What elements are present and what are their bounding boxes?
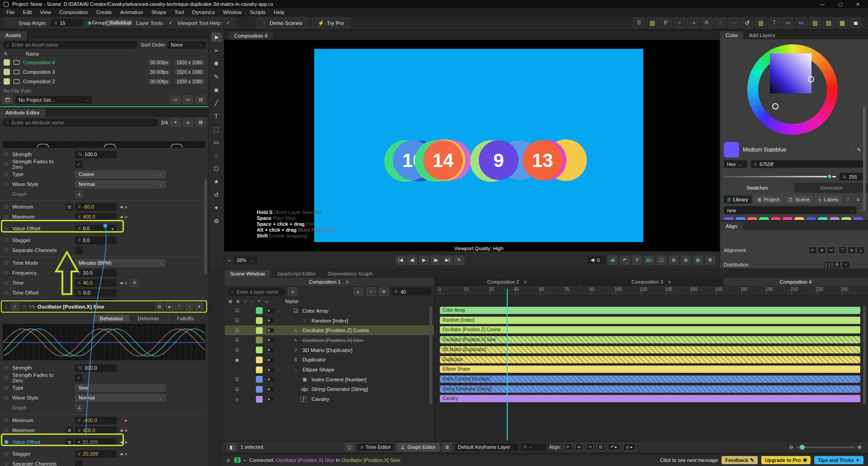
- layer-switch[interactable]: [267, 387, 274, 391]
- layout-icon[interactable]: ▤»: [644, 256, 654, 265]
- upgrade-pro-button[interactable]: Upgrade to Pro✺: [761, 456, 811, 464]
- group-mode-button[interactable]: ▣Group: [87, 20, 106, 26]
- individual-mode-button[interactable]: ▢Individual: [106, 20, 132, 26]
- toolbar-rows-icon[interactable]: ▤: [823, 18, 835, 29]
- next-keyframe-icon[interactable]: ▶: [125, 428, 127, 433]
- keyframe-layer-select[interactable]: Default Keyframe Layer: [455, 443, 518, 451]
- add-filter-icon[interactable]: ≡: [183, 118, 193, 127]
- menu-animation[interactable]: Animation: [117, 9, 147, 15]
- loop-button[interactable]: ↻: [454, 256, 464, 265]
- timeline-ruler[interactable]: 0153045607590105120135150165180195210225…: [435, 286, 868, 295]
- expand-icon[interactable]: »: [228, 257, 231, 263]
- value-field[interactable]: #-400.0: [75, 417, 117, 424]
- toolbar-forge-icon[interactable]: F: [660, 18, 672, 29]
- attribute-select[interactable]: Normal⌄: [75, 394, 165, 402]
- tips-tricks-button[interactable]: Tips and Tricks✦: [814, 456, 863, 464]
- next-keyframe-icon[interactable]: ▶: [125, 452, 127, 456]
- toolbar-duplicator-grid-icon[interactable]: ⠿: [633, 18, 645, 29]
- attribute-radio[interactable]: [5, 271, 8, 275]
- viewport-composition-tab[interactable]: Composition 4: [229, 32, 273, 40]
- filter-visible-icon[interactable]: ◐: [354, 287, 363, 296]
- enabled-check-icon[interactable]: ☑: [235, 328, 239, 333]
- message-count-badge[interactable]: 2: [234, 457, 241, 463]
- layer-switch[interactable]: [267, 319, 274, 323]
- attribute-radio[interactable]: [5, 396, 8, 399]
- visibility-eye-icon[interactable]: ◉: [235, 397, 239, 402]
- ellipse-tool-icon[interactable]: ○: [211, 151, 222, 160]
- attribute-editor-tab[interactable]: Attribute Editor: [0, 109, 45, 117]
- layer-row-random-index[interactable]: ☑⁙Random [Index]◀▶○: [225, 316, 434, 326]
- frame-offset-field[interactable]: F-: [521, 443, 546, 451]
- camera-tool-icon[interactable]: ◙: [211, 85, 222, 94]
- next-keyframe-icon[interactable]: ▶: [125, 205, 127, 209]
- polygon-tool-icon[interactable]: ⬠: [211, 164, 222, 173]
- toolbar-stagger-down-icon[interactable]: ≔: [796, 18, 807, 29]
- layer-options-icon[interactable]: ≑: [379, 287, 389, 296]
- viewport-zoom-select[interactable]: 38%⌄: [233, 256, 257, 264]
- enabled-check-icon[interactable]: ☑: [235, 308, 239, 313]
- enabled-check-icon[interactable]: ☑: [235, 347, 239, 352]
- layer-row-duplicator[interactable]: ◉⠿Duplicator◀▶○: [225, 355, 434, 365]
- keyframe-nav-icon[interactable]: ◂▸: [165, 303, 174, 310]
- distribute-button[interactable]: ❘❘: [824, 261, 832, 268]
- timeline-bar-random-index[interactable]: Random [Index]: [440, 317, 860, 324]
- attribute-radio[interactable]: [5, 291, 8, 295]
- demo-scenes-button[interactable]: ⁘Demo Scenes: [257, 17, 308, 29]
- hex-value-input[interactable]: #6755ff: [751, 160, 865, 168]
- pi-badge[interactable]: π: [66, 203, 73, 210]
- timeline-bar-oscillator-position-z-cosine[interactable]: Oscillator [Position.Z] Cosine: [440, 326, 860, 333]
- layer-switch[interactable]: [267, 328, 274, 333]
- pi-badge[interactable]: π: [66, 438, 73, 446]
- expand-chevron-icon[interactable]: ⌄: [277, 368, 280, 372]
- time-editor-button[interactable]: ≡Time Editor: [356, 443, 395, 452]
- align-center-keys-button[interactable]: ≑: [575, 443, 583, 451]
- tab-scene-window[interactable]: Scene Window: [225, 270, 270, 278]
- assets-tab[interactable]: Assets: [0, 31, 27, 39]
- prev-keyframe-icon[interactable]: ◀: [120, 281, 123, 285]
- zoom-out-icon[interactable]: ⊖: [789, 444, 793, 450]
- value-field[interactable]: #400.0: [75, 213, 117, 221]
- toolbar-connect-points-icon[interactable]: ∴: [714, 18, 726, 29]
- menu-window[interactable]: Window: [220, 9, 245, 15]
- timeline-bar-string-generator-string[interactable]: String Generator [String]: [440, 385, 860, 393]
- align-vertical-button[interactable]: ⊤: [839, 247, 847, 254]
- value-field[interactable]: #40.0: [75, 279, 117, 287]
- layer-tools-checkbox[interactable]: ✓: [169, 20, 173, 26]
- timeline-bar-color-array[interactable]: Color Array: [440, 307, 860, 314]
- value-field[interactable]: #10.0: [75, 269, 117, 277]
- list-view-icon[interactable]: ⊟: [155, 303, 164, 310]
- enabled-checkbox[interactable]: ✓: [11, 303, 19, 310]
- graph-button[interactable]: ∠: [75, 190, 84, 198]
- close-icon[interactable]: ✕: [345, 279, 349, 285]
- align-horizontal-button[interactable]: ≑: [818, 247, 826, 254]
- tab-falloffs[interactable]: Falloffs: [170, 315, 200, 322]
- pi-badge[interactable]: π: [66, 427, 73, 434]
- timeline-bar-duplicator[interactable]: Duplicator: [440, 356, 860, 363]
- value-field[interactable]: #0.0●: [75, 225, 117, 233]
- text-tool-icon[interactable]: T: [211, 111, 222, 120]
- sv-picker-handle[interactable]: [808, 76, 814, 82]
- toolbar-grid-icon[interactable]: ▦: [836, 18, 848, 29]
- toolbar-rotate-icon[interactable]: ↺: [741, 18, 753, 29]
- asset-row[interactable]: Composition 430.00fps1920 x 1080: [0, 57, 208, 67]
- layer-color-swatch[interactable]: [256, 366, 263, 373]
- perspective-tool-icon[interactable]: ⬚: [211, 124, 222, 133]
- layer-row-oscillator-position-z-cosine[interactable]: ☑∿Oscillator [Position.Z] Cosine◀▶○: [225, 325, 434, 335]
- transparency-icon[interactable]: ▦: [693, 256, 703, 265]
- attribute-radio[interactable]: [5, 376, 8, 380]
- attribute-radio[interactable]: [5, 182, 8, 186]
- list-view-icon[interactable]: ≡: [854, 195, 862, 204]
- keyframe-arrows[interactable]: ◀▶: [118, 205, 127, 209]
- align-horizontal-button[interactable]: ⊣: [827, 247, 835, 254]
- next-keyframe-icon[interactable]: ▶: [125, 215, 127, 219]
- spark-tool-icon[interactable]: ✦: [211, 203, 222, 212]
- asset-row[interactable]: Composition 330.00fps1920 x 1080: [0, 67, 208, 76]
- value-field[interactable]: #-80.0: [75, 203, 117, 211]
- box-select-button[interactable]: ⊡: [597, 443, 605, 451]
- attribute-radio[interactable]: [5, 248, 8, 252]
- attribute-radio[interactable]: [5, 281, 8, 285]
- prev-keyframe-icon[interactable]: ◀: [120, 440, 123, 444]
- render-area-icon[interactable]: ▢: [656, 256, 666, 265]
- tab-dependency-graph[interactable]: Dependency Graph: [322, 270, 378, 278]
- layer-switch[interactable]: [267, 368, 274, 372]
